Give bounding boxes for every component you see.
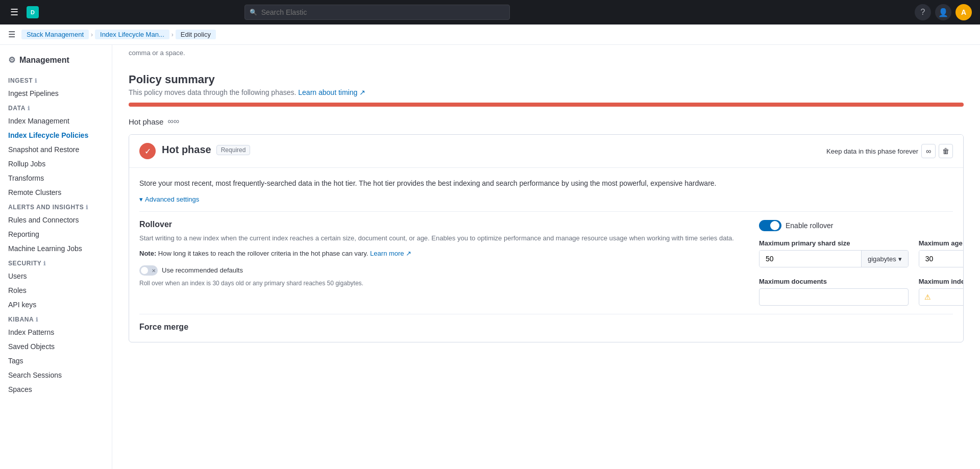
keep-forever-button[interactable]: ∞: [921, 144, 936, 158]
kibana-info-icon: ℹ: [36, 316, 38, 323]
breadcrumb-link-stack[interactable]: Stack Management: [21, 30, 89, 39]
phase-required-badge: Required: [216, 145, 251, 155]
phase-title-group: Hot phase Required: [162, 144, 250, 156]
share-button[interactable]: 👤: [935, 4, 951, 20]
keep-forever-label: Keep data in this phase forever: [826, 147, 918, 155]
phase-check-badge: ✓: [139, 143, 156, 159]
max-age-group: Maximum age days ▾: [919, 239, 964, 267]
rollover-section: Rollover Start writing to a new index wh…: [139, 220, 739, 287]
max-documents-label: Maximum documents: [759, 278, 909, 285]
max-primary-size-group: Maximum primary shard size gigabytes ▾: [759, 239, 909, 267]
sidebar-header: ⚙ Management: [0, 51, 112, 73]
enable-rollover-toggle[interactable]: [759, 220, 781, 231]
sidebar-item-reporting[interactable]: Reporting: [0, 227, 112, 241]
search-icon: 🔍: [250, 9, 257, 16]
defaults-label: Use recommended defaults: [162, 266, 243, 274]
sidebar-item-snapshot-restore[interactable]: Snapshot and Restore: [0, 142, 112, 157]
breadcrumb-item-stack: Stack Management ›: [21, 30, 93, 39]
data-info-icon: ℹ: [28, 105, 30, 112]
warning-icon: ⚠: [924, 293, 931, 301]
policy-summary-subtext: This policy moves data through the follo…: [112, 88, 980, 103]
phase-header-row: Hot phase Required Keep data in this pha…: [162, 144, 953, 158]
delete-phase-button[interactable]: 🗑: [939, 144, 953, 158]
nav-icons: ? 👤 A: [915, 4, 972, 20]
sidebar-item-index-management[interactable]: Index Management: [0, 114, 112, 128]
learn-timing-link[interactable]: Learn about timing ↗: [298, 88, 365, 96]
right-actions: Keep data in this phase forever ∞ 🗑: [826, 144, 953, 158]
sidebar-item-transforms[interactable]: Transforms: [0, 171, 112, 185]
max-primary-size-label: Maximum primary shard size: [759, 239, 909, 247]
phase-description: Store your most recent, most frequently-…: [139, 178, 953, 189]
sidebar-section-alerts: Alerts and Insights ℹ: [0, 200, 112, 213]
rollover-left: Rollover Start writing to a new index wh…: [139, 220, 739, 306]
max-index-size-input-container: ⚠ gigabytes ▾: [919, 288, 964, 306]
sidebar-item-index-patterns[interactable]: Index Patterns: [0, 325, 112, 339]
sidebar-item-spaces[interactable]: Spaces: [0, 382, 112, 397]
sidebar-item-users[interactable]: Users: [0, 269, 112, 283]
phase-card-header: ✓ Hot phase Required Keep data in this p…: [129, 135, 963, 168]
help-button[interactable]: ?: [915, 4, 931, 20]
defaults-toggle[interactable]: ✕: [139, 265, 158, 276]
rollover-form-grid: Maximum primary shard size gigabytes ▾: [759, 239, 953, 306]
logo-area: D: [27, 6, 39, 18]
phase-label-row: Hot phase ∞∞: [112, 113, 980, 134]
force-merge-title: Force merge: [139, 323, 953, 332]
top-navigation: ☰ D 🔍 ? 👤 A: [0, 0, 980, 24]
top-note: comma or a space.: [112, 45, 980, 65]
policy-summary-heading: Policy summary: [112, 65, 980, 86]
breadcrumb-bar: ☰ Stack Management › Index Lifecycle Man…: [0, 24, 980, 45]
search-bar-container: 🔍: [244, 5, 510, 20]
rollover-description: Start writing to a new index when the cu…: [139, 233, 739, 243]
rollover-section-container: Rollover Start writing to a new index wh…: [139, 220, 953, 306]
sidebar-item-roles[interactable]: Roles: [0, 283, 112, 298]
sidebar-item-search-sessions[interactable]: Search Sessions: [0, 368, 112, 382]
sidebar-item-rollup-jobs[interactable]: Rollup Jobs: [0, 157, 112, 171]
sidebar-item-api-keys[interactable]: API keys: [0, 298, 112, 312]
sidebar-section-kibana: Kibana ℹ: [0, 312, 112, 325]
advanced-settings-link[interactable]: ▾ Advanced settings: [139, 195, 199, 203]
defaults-subtext: Roll over when an index is 30 days old o…: [139, 280, 739, 287]
max-documents-group: Maximum documents: [759, 278, 909, 306]
search-input[interactable]: [244, 5, 510, 20]
breadcrumb-link-ilm[interactable]: Index Lifecycle Man...: [95, 30, 169, 39]
max-documents-input[interactable]: [759, 288, 909, 306]
divider-1: [139, 211, 953, 212]
ingest-info-icon: ℹ: [35, 78, 37, 84]
gear-icon: ⚙: [8, 55, 15, 65]
hot-phase-card: ✓ Hot phase Required Keep data in this p…: [129, 134, 964, 342]
user-avatar-button[interactable]: A: [955, 4, 972, 20]
infinity-icon: ∞∞: [167, 117, 179, 126]
sidebar-item-saved-objects[interactable]: Saved Objects: [0, 339, 112, 354]
max-primary-size-input[interactable]: [760, 251, 861, 267]
alerts-info-icon: ℹ: [86, 204, 88, 211]
hot-phase-bar: [129, 103, 964, 107]
sidebar-item-ilm[interactable]: Index Lifecycle Policies: [0, 128, 112, 142]
breadcrumb-item-ilm: Index Lifecycle Man... ›: [95, 30, 174, 39]
sidebar-item-rules-connectors[interactable]: Rules and Connectors: [0, 213, 112, 227]
space-badge[interactable]: D: [27, 6, 39, 18]
main-content: comma or a space. Policy summary This po…: [112, 45, 980, 469]
breadcrumb-separator-2: ›: [172, 31, 174, 38]
breadcrumb-current: Edit policy: [176, 30, 216, 39]
max-index-size-group: Maximum index size ⚠ gigabytes ▾: [919, 278, 964, 306]
sidebar-toggle-button[interactable]: ☰: [8, 30, 15, 39]
sidebar-section-ingest: Ingest ℹ: [0, 73, 112, 86]
sidebar-title: Management: [19, 56, 69, 65]
sidebar-item-ingest-pipelines[interactable]: Ingest Pipelines: [0, 86, 112, 101]
max-primary-size-input-container: gigabytes ▾: [759, 250, 909, 267]
max-primary-size-unit-select[interactable]: gigabytes ▾: [861, 251, 908, 267]
phase-title: Hot phase: [162, 144, 211, 156]
sidebar-section-data: Data ℹ: [0, 101, 112, 114]
security-info-icon: ℹ: [43, 260, 46, 267]
enable-rollover-label: Enable rollover: [786, 221, 833, 230]
max-age-input[interactable]: [919, 251, 964, 267]
sidebar: ⚙ Management Ingest ℹ Ingest Pipelines D…: [0, 45, 112, 469]
rollover-title: Rollover: [139, 220, 739, 229]
learn-more-link[interactable]: Learn more ↗: [370, 250, 411, 257]
rollover-right: Enable rollover Maximum primary shard si…: [759, 220, 953, 306]
hamburger-menu-button[interactable]: ☰: [8, 5, 20, 20]
sidebar-item-ml-jobs[interactable]: Machine Learning Jobs: [0, 241, 112, 256]
sidebar-item-remote-clusters[interactable]: Remote Clusters: [0, 185, 112, 200]
sidebar-item-tags[interactable]: Tags: [0, 354, 112, 368]
phase-bar-container: [112, 103, 980, 113]
